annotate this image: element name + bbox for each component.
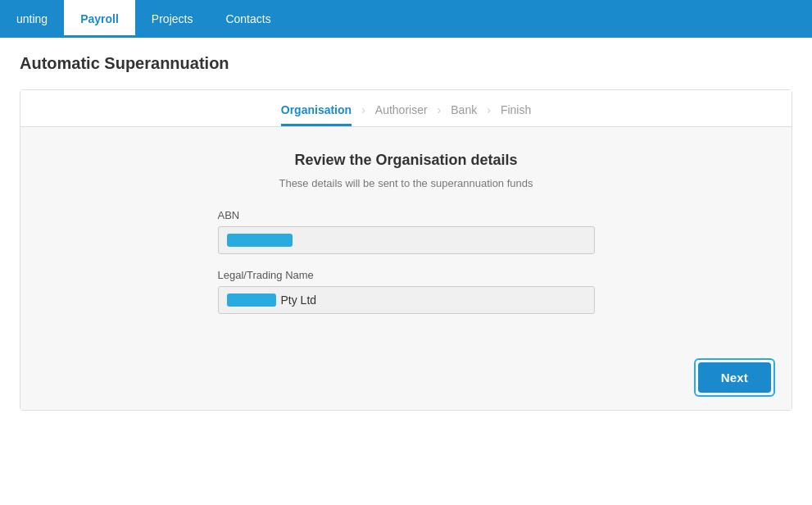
abn-field-group: ABN — [218, 209, 595, 254]
step-finish: Finish — [501, 103, 531, 126]
trading-name-label: Legal/Trading Name — [218, 269, 595, 281]
step-sep-1: › — [352, 103, 375, 126]
trading-name-input[interactable]: Pty Ltd — [218, 286, 595, 314]
next-button-wrapper: Next — [694, 358, 775, 397]
step-label-organisation[interactable]: Organisation — [281, 103, 352, 126]
next-button[interactable]: Next — [698, 362, 771, 393]
wizard-title: Review the Organisation details — [37, 152, 775, 169]
trading-name-value-bar — [227, 293, 276, 307]
top-nav: unting Payroll Projects Contacts — [0, 0, 812, 38]
page-content: Automatic Superannuation Organisation › … — [0, 38, 812, 505]
nav-item-payroll[interactable]: Payroll — [64, 0, 135, 38]
wizard-body: Review the Organisation details These de… — [20, 127, 792, 345]
step-sep-2: › — [428, 103, 451, 126]
trading-name-field-group: Legal/Trading Name Pty Ltd — [218, 269, 595, 314]
wizard-container: Organisation › Authoriser › Bank › Finis… — [20, 89, 792, 411]
abn-input[interactable] — [218, 226, 595, 254]
step-sep-3: › — [477, 103, 501, 126]
page-title: Automatic Superannuation — [20, 54, 792, 73]
trading-name-text: Pty Ltd — [281, 293, 317, 307]
step-label-finish[interactable]: Finish — [501, 103, 531, 126]
wizard-subtitle: These details will be sent to the supera… — [37, 177, 775, 189]
step-organisation: Organisation — [281, 103, 352, 126]
nav-item-accounting[interactable]: unting — [0, 0, 64, 38]
nav-item-projects[interactable]: Projects — [135, 0, 210, 38]
abn-label: ABN — [218, 209, 595, 221]
wizard-footer: Next — [20, 345, 792, 410]
nav-item-contacts[interactable]: Contacts — [209, 0, 287, 38]
step-label-authoriser[interactable]: Authoriser — [375, 103, 428, 126]
step-label-bank[interactable]: Bank — [451, 103, 477, 126]
wizard-steps: Organisation › Authoriser › Bank › Finis… — [20, 90, 792, 127]
abn-value-bar — [227, 234, 293, 247]
step-authoriser: Authoriser — [375, 103, 428, 126]
step-bank: Bank — [451, 103, 477, 126]
